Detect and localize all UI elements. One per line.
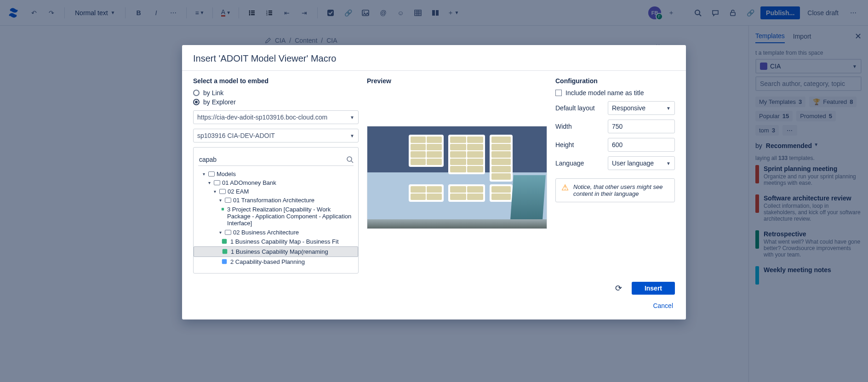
layout-label: Default layout <box>555 104 603 112</box>
modal-title: Insert 'ADOIT Model Viewer' Macro <box>193 53 675 64</box>
caret-down-icon: ▾ <box>212 189 217 194</box>
height-input[interactable]: 600 <box>608 138 675 152</box>
language-notice: ⚠ Notice, that other users might see con… <box>555 178 675 202</box>
svg-rect-29 <box>223 249 228 254</box>
folder-icon <box>225 230 231 235</box>
language-label: Language <box>555 160 603 167</box>
caret-down-icon: ▾ <box>201 171 206 177</box>
search-icon <box>346 156 354 163</box>
config-column: Configuration Include model name as titl… <box>555 77 675 274</box>
chevron-down-icon: ▼ <box>350 115 354 120</box>
insert-macro-modal: Insert 'ADOIT Model Viewer' Macro Select… <box>182 45 686 319</box>
svg-rect-30 <box>222 259 227 264</box>
svg-rect-27 <box>222 208 224 210</box>
radio-icon <box>193 90 200 96</box>
preview-label: Preview <box>367 77 547 85</box>
chevron-down-icon: ▼ <box>666 161 671 166</box>
tree-folder[interactable]: ▾ 02 EAM <box>194 187 358 196</box>
refresh-preview-button[interactable]: ⟳ <box>612 282 625 295</box>
tree-item[interactable]: 1 Business Capability Map - Business Fit <box>194 237 358 246</box>
select-model-label: Select a model to embed <box>193 77 359 85</box>
model-icon <box>221 238 228 245</box>
view-icon <box>221 258 228 265</box>
caret-down-icon: ▾ <box>217 230 223 235</box>
model-select-column: Select a model to embed by Link by Explo… <box>193 77 359 274</box>
repository-dropdown[interactable]: sp103916 CIA-DEV-ADOIT ▼ <box>193 129 359 143</box>
tree-search-field[interactable] <box>198 155 343 164</box>
svg-line-26 <box>351 161 353 163</box>
folder-icon <box>219 189 226 194</box>
folder-icon <box>214 180 220 185</box>
folder-icon <box>208 171 215 177</box>
language-dropdown[interactable]: User language ▼ <box>608 156 675 170</box>
tree-item-selected[interactable]: 1 Business Capability Map(renaming <box>194 246 358 257</box>
tree-folder[interactable]: ▾ 02 Business Architecture <box>194 228 358 237</box>
tree-folder[interactable]: ▾ 01 Transformation Architecture <box>194 196 358 205</box>
svg-rect-28 <box>222 239 227 244</box>
folder-icon <box>225 198 231 203</box>
configuration-label: Configuration <box>555 77 675 85</box>
include-title-checkbox[interactable]: Include model name as title <box>555 89 675 97</box>
svg-point-25 <box>347 157 352 161</box>
layout-dropdown[interactable]: Responsive ▼ <box>608 101 675 115</box>
caret-down-icon: ▾ <box>217 198 223 203</box>
tree-item[interactable]: 3 Project Realization [Capability - Work… <box>194 205 358 228</box>
radio-by-link[interactable]: by Link <box>193 89 359 97</box>
checkbox-icon <box>555 90 562 96</box>
model-tree: ▾ Models ▾ 01 ADOmoney Bank ▾ 02 EAM <box>193 147 359 274</box>
chevron-down-icon: ▼ <box>350 133 354 138</box>
tree-folder[interactable]: ▾ 01 ADOmoney Bank <box>194 178 358 187</box>
width-label: Width <box>555 123 603 130</box>
insert-button[interactable]: Insert <box>632 282 675 295</box>
width-input[interactable]: 750 <box>608 120 675 133</box>
height-label: Height <box>555 141 603 148</box>
preview-image <box>367 126 547 229</box>
radio-icon <box>193 99 200 105</box>
model-icon <box>222 248 228 255</box>
warning-icon: ⚠ <box>561 183 569 192</box>
chevron-down-icon: ▼ <box>666 106 671 111</box>
caret-down-icon: ▾ <box>206 180 212 185</box>
model-icon <box>221 206 224 212</box>
modal-header: Insert 'ADOIT Model Viewer' Macro <box>182 45 686 71</box>
tree-folder[interactable]: ▾ Models <box>194 170 358 178</box>
server-url-dropdown[interactable]: https://cia-dev-adoit-sp103916.boc-cloud… <box>193 110 359 124</box>
modal-footer: ⟳ Insert Cancel <box>182 277 686 319</box>
tree-item[interactable]: 2 Capability-based Planning <box>194 257 358 267</box>
cancel-link[interactable]: Cancel <box>651 299 675 312</box>
radio-by-explorer[interactable]: by Explorer <box>193 98 359 106</box>
preview-column: Preview <box>367 77 547 274</box>
tree-search-input[interactable] <box>198 153 354 166</box>
